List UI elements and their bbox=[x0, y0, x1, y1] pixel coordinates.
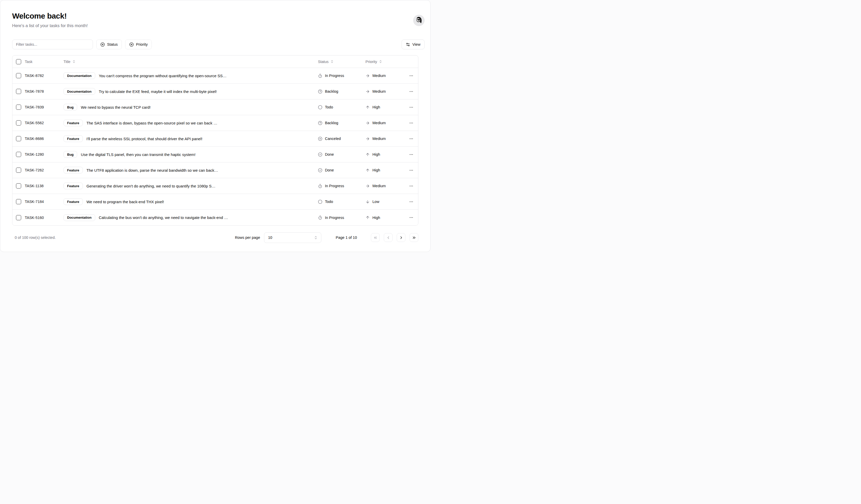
priority-filter-button[interactable]: Priority bbox=[125, 40, 152, 49]
table-row: TASK-1280 Bug Use the digital TLS panel,… bbox=[12, 147, 418, 162]
task-title: Use the digital TLS panel, then you can … bbox=[81, 152, 195, 157]
arrow-right-icon bbox=[366, 89, 370, 94]
task-priority: Medium bbox=[372, 73, 386, 78]
page-info: Page 1 of 10 bbox=[336, 235, 357, 240]
pager bbox=[371, 233, 418, 242]
chevron-left-icon bbox=[386, 235, 391, 240]
row-menu-button[interactable] bbox=[408, 104, 415, 111]
more-horizontal-icon bbox=[409, 215, 413, 220]
row-menu-button[interactable] bbox=[408, 214, 415, 221]
row-checkbox[interactable] bbox=[16, 152, 21, 157]
more-horizontal-icon bbox=[409, 152, 413, 157]
select-all-checkbox[interactable] bbox=[16, 59, 21, 64]
last-page-button[interactable] bbox=[410, 233, 418, 242]
column-header-title[interactable]: Title bbox=[64, 60, 318, 64]
task-id: TASK-7878 bbox=[25, 89, 64, 94]
chevrons-up-down-icon bbox=[314, 236, 318, 240]
task-id: TASK-7839 bbox=[25, 105, 64, 109]
task-title: Try to calculate the EXE feed, maybe it … bbox=[99, 89, 217, 94]
row-menu-button[interactable] bbox=[408, 88, 415, 95]
row-checkbox[interactable] bbox=[16, 89, 21, 94]
task-status-cell: Backlog bbox=[318, 89, 366, 94]
row-menu-button[interactable] bbox=[408, 72, 415, 80]
table-row: TASK-7262 Feature The UTF8 application i… bbox=[12, 162, 418, 178]
row-checkbox[interactable] bbox=[16, 136, 21, 141]
more-horizontal-icon bbox=[409, 184, 413, 188]
task-id: TASK-5562 bbox=[25, 121, 64, 125]
circle-check-icon bbox=[318, 168, 322, 173]
filter-tasks-input[interactable] bbox=[12, 40, 93, 49]
selection-count: 0 of 100 row(s) selected. bbox=[12, 235, 235, 240]
task-type-badge: Feature bbox=[64, 120, 83, 126]
task-type-badge: Feature bbox=[64, 167, 83, 174]
column-header-status[interactable]: Status bbox=[318, 60, 366, 64]
task-title: We need to bypass the neural TCP card! bbox=[81, 105, 150, 109]
row-checkbox-cell bbox=[12, 105, 25, 110]
row-menu-button[interactable] bbox=[408, 166, 415, 174]
task-priority-cell: Medium bbox=[366, 89, 406, 94]
row-actions-cell bbox=[406, 88, 418, 95]
row-checkbox[interactable] bbox=[16, 120, 21, 125]
row-menu-button[interactable] bbox=[408, 182, 415, 190]
row-menu-button[interactable] bbox=[408, 198, 415, 205]
row-checkbox[interactable] bbox=[16, 199, 21, 204]
rows-per-page-value: 10 bbox=[268, 235, 272, 240]
task-priority: Low bbox=[372, 200, 379, 204]
previous-page-button[interactable] bbox=[384, 233, 393, 242]
row-checkbox[interactable] bbox=[16, 215, 21, 220]
task-title: The SAS interface is down, bypass the op… bbox=[86, 121, 217, 125]
row-actions-cell bbox=[406, 119, 418, 127]
view-settings-icon bbox=[406, 42, 410, 47]
task-type-badge: Feature bbox=[64, 182, 83, 189]
table-row: TASK-5562 Feature The SAS interface is d… bbox=[12, 115, 418, 131]
row-menu-button[interactable] bbox=[408, 119, 415, 127]
row-checkbox[interactable] bbox=[16, 183, 21, 189]
row-menu-button[interactable] bbox=[408, 135, 415, 142]
task-title: We need to program the back-end THX pixe… bbox=[86, 200, 164, 204]
status-filter-button[interactable]: Status bbox=[96, 40, 122, 49]
first-page-button[interactable] bbox=[371, 233, 380, 242]
task-title-cell: Bug Use the digital TLS panel, then you … bbox=[64, 151, 318, 158]
task-priority-cell: Medium bbox=[366, 137, 406, 141]
chevrons-up-down-icon bbox=[72, 60, 76, 63]
table-body: TASK-8782 Documentation You can't compre… bbox=[12, 68, 418, 226]
row-actions-cell bbox=[406, 198, 418, 205]
row-checkbox[interactable] bbox=[16, 73, 21, 78]
more-horizontal-icon bbox=[409, 137, 413, 141]
task-priority: High bbox=[372, 105, 380, 109]
task-priority-cell: Medium bbox=[366, 121, 406, 125]
row-menu-button[interactable] bbox=[408, 151, 415, 158]
arrow-up-icon bbox=[366, 152, 370, 157]
task-status: Done bbox=[325, 152, 334, 156]
column-header-task: Task bbox=[25, 60, 64, 64]
task-type-badge: Documentation bbox=[64, 72, 95, 79]
circle-icon bbox=[318, 200, 322, 204]
more-horizontal-icon bbox=[409, 73, 413, 78]
rows-per-page-select[interactable]: 10 bbox=[264, 232, 321, 243]
row-checkbox-cell bbox=[12, 183, 25, 189]
next-page-button[interactable] bbox=[397, 233, 406, 242]
arrow-up-icon bbox=[366, 215, 370, 220]
table-row: TASK-5160 Documentation Calculating the … bbox=[12, 210, 418, 226]
chevrons-up-down-icon bbox=[379, 60, 382, 63]
view-button[interactable]: View bbox=[401, 40, 425, 49]
task-priority: High bbox=[372, 216, 380, 220]
timer-icon bbox=[318, 73, 322, 78]
arrow-up-icon bbox=[366, 105, 370, 109]
rows-per-page-label: Rows per page bbox=[235, 235, 260, 240]
more-horizontal-icon bbox=[409, 89, 413, 94]
user-avatar[interactable] bbox=[413, 15, 425, 26]
row-checkbox[interactable] bbox=[16, 167, 21, 173]
row-actions-cell bbox=[406, 182, 418, 190]
task-id: TASK-1280 bbox=[25, 152, 64, 156]
header-checkbox-cell bbox=[12, 59, 25, 64]
task-type-badge: Bug bbox=[64, 151, 77, 158]
table-row: TASK-8782 Documentation You can't compre… bbox=[12, 68, 418, 84]
column-header-title-label: Title bbox=[64, 60, 70, 64]
task-title-cell: Feature Generating the driver won't do a… bbox=[64, 182, 318, 189]
row-checkbox[interactable] bbox=[16, 105, 21, 110]
task-priority-cell: Low bbox=[366, 200, 406, 204]
more-horizontal-icon bbox=[409, 200, 413, 204]
tasks-table: Task Title Status Priority TASK-8782 Doc… bbox=[12, 55, 418, 226]
column-header-priority[interactable]: Priority bbox=[366, 60, 406, 64]
